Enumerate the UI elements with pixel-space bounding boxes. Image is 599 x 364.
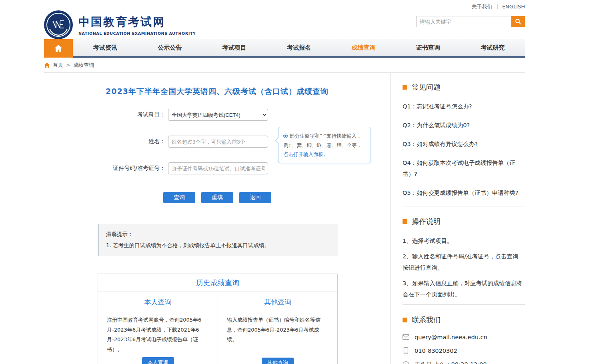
id-label: 证件号码/准考证号： xyxy=(44,165,168,172)
contact-email-row: query@mail.neea.edu.cn xyxy=(403,334,525,340)
id-input[interactable] xyxy=(168,162,268,174)
sidebar-divider xyxy=(403,304,525,305)
subject-label: 考试科目： xyxy=(44,111,168,118)
brand-text: 中国教育考试网 NATIONAL EDUCATION EXAMINATIONS … xyxy=(78,14,196,36)
history-columns: 本人查询 注册中国教育考试网账号，查询2005年6月-2023年6月考试成绩，下… xyxy=(98,292,337,364)
faq-title: 常见问题 xyxy=(412,82,441,92)
id-row: 证件号码/准考证号： xyxy=(44,162,390,174)
history-self-title: 本人查询 xyxy=(107,298,209,311)
nav-item-exam-projects[interactable]: 考试项目 xyxy=(202,39,266,56)
home-icon xyxy=(54,45,62,52)
breadcrumb: 首页 > 成绩查询 xyxy=(44,58,525,73)
contact-title: 联系我们 xyxy=(412,315,441,325)
notice-box: 温馨提示： 1. 若考生的口试成绩为不合格，则成绩报告单上不报道其口试成绩。 xyxy=(98,224,338,256)
score-query-form: 考试科目： 全国大学英语四级考试(CET4) 姓名： 部分生僻字和“·”支持快捷… xyxy=(44,109,390,203)
name-input[interactable] xyxy=(168,136,268,148)
contact-phone: 010-83020302 xyxy=(415,348,457,354)
history-query-box: 历史成绩查询 本人查询 注册中国教育考试网账号，查询2005年6月-2023年6… xyxy=(98,274,338,364)
nav-item-certificate-query[interactable]: 证书查询 xyxy=(396,39,460,56)
site-subtitle: NATIONAL EDUCATION EXAMINATIONS AUTHORIT… xyxy=(78,31,196,36)
search-icon xyxy=(515,18,521,25)
history-header: 历史成绩查询 xyxy=(98,274,337,292)
faq-item-q5[interactable]: Q5：如何变更成绩报告单（证书）申请种类? xyxy=(403,187,523,198)
history-self-desc: 注册中国教育考试网账号，查询2005年6月-2023年6月考试成绩，下载2021… xyxy=(107,315,209,355)
form-buttons: 查询 重填 返回 xyxy=(163,192,390,203)
nav-home-button[interactable] xyxy=(44,39,73,58)
instruction-step-1: 1、选择考试项目。 xyxy=(403,235,523,246)
contact-phone-row: 010-83020302 xyxy=(403,347,525,354)
faq-item-q1[interactable]: Q1：忘记准考证号怎么办? xyxy=(403,101,523,112)
faq-item-q4[interactable]: Q4：如何获取本次考试电子成绩报告单（证书）? xyxy=(403,157,523,180)
content: 2023年下半年全国大学英语四、六级考试（含口试）成绩查询 考试科目： 全国大学… xyxy=(44,73,525,364)
breadcrumb-current: 成绩查询 xyxy=(73,62,94,69)
notice-line: 1. 若考生的口试成绩为不合格，则成绩报告单上不报道其口试成绩。 xyxy=(106,242,331,249)
breadcrumb-home-link[interactable]: 首页 xyxy=(53,62,63,69)
orange-square-bullet-icon xyxy=(403,85,407,90)
notice-title: 温馨提示： xyxy=(106,231,331,238)
nav-item-announcements[interactable]: 公示公告 xyxy=(137,39,202,56)
orange-square-bullet-icon xyxy=(403,219,407,224)
reset-button[interactable]: 重填 xyxy=(201,192,233,203)
about-us-link[interactable]: 关于我们 xyxy=(471,4,492,10)
header: 中国教育考试网 NATIONAL EDUCATION EXAMINATIONS … xyxy=(44,10,525,39)
neea-logo-icon xyxy=(44,10,73,39)
site-title: 中国教育考试网 xyxy=(78,14,196,30)
contact-email: query@mail.neea.edu.cn xyxy=(415,334,487,340)
history-other-desc: 输入成绩报告单（证书）编号和姓名等信息，查询2005年6月-2023年6月考试成… xyxy=(227,315,329,345)
contact-section-header: 联系我们 xyxy=(403,315,525,325)
nav-item-exam-news[interactable]: 考试资讯 xyxy=(73,39,137,56)
faq-item-q3[interactable]: Q3：如对成绩有异议怎么办? xyxy=(403,138,523,150)
faq-section-header: 常见问题 xyxy=(403,82,525,92)
instructions-title: 操作说明 xyxy=(412,217,441,226)
breadcrumb-separator: > xyxy=(66,62,70,68)
clock-icon xyxy=(403,361,409,364)
nav-item-exam-research[interactable]: 考试研究 xyxy=(461,39,525,56)
tooltip-text: 部分生僻字和“·”支持快捷输入，例:·、龚、枊、诉、惪、瑝、仝等， xyxy=(283,133,362,148)
contact-hours-row: 工作日 上午：08:30-12:00 xyxy=(403,361,525,364)
nav-item-score-query[interactable]: 成绩查询 xyxy=(331,39,396,56)
breadcrumb-home-icon xyxy=(44,62,50,68)
page-title: 2023年下半年全国大学英语四、六级考试（含口试）成绩查询 xyxy=(44,86,390,97)
english-link[interactable]: ENGLISH xyxy=(502,4,525,10)
main-column: 2023年下半年全国大学英语四、六级考试（含口试）成绩查询 考试科目： 全国大学… xyxy=(44,73,390,364)
site-logo-block[interactable]: 中国教育考试网 NATIONAL EDUCATION EXAMINATIONS … xyxy=(44,10,196,39)
sidebar-divider xyxy=(403,206,525,206)
history-other-title: 其他查询 xyxy=(227,298,329,311)
history-other-column: 其他查询 输入成绩报告单（证书）编号和姓名等信息，查询2005年6月-2023年… xyxy=(218,292,337,364)
phone-icon xyxy=(403,347,409,354)
faq-item-q2[interactable]: Q2：为什么笔试成绩为0? xyxy=(403,120,523,131)
email-icon xyxy=(403,334,409,340)
nav-item-registration[interactable]: 考试报名 xyxy=(266,39,331,56)
subject-select[interactable]: 全国大学英语四级考试(CET4) xyxy=(168,109,268,121)
rare-character-tooltip: 部分生僻字和“·”支持快捷输入，例:·、龚、枊、诉、惪、瑝、仝等，点击打开输入面… xyxy=(278,127,371,163)
search-input[interactable] xyxy=(416,16,511,27)
contact-hours: 工作日 上午：08:30-12:00 xyxy=(415,361,487,364)
instructions-section-header: 操作说明 xyxy=(403,217,525,226)
site-search xyxy=(416,16,525,27)
self-query-button[interactable]: 本人查询 xyxy=(142,357,174,364)
history-self-column: 本人查询 注册中国教育考试网账号，查询2005年6月-2023年6月考试成绩，下… xyxy=(98,292,218,364)
other-query-button[interactable]: 其他查询 xyxy=(262,358,294,364)
radio-selected-icon xyxy=(283,134,288,138)
history-title: 历史成绩查询 xyxy=(196,278,239,288)
topbar: 关于我们|ENGLISH xyxy=(44,0,525,10)
open-input-panel-link[interactable]: 点击打开输入面板。 xyxy=(283,151,329,157)
instruction-step-3: 3、如果输入信息正确，对应考试的成绩信息将会在下一个页面列出。 xyxy=(403,278,523,300)
query-button[interactable]: 查询 xyxy=(163,192,195,203)
search-button[interactable] xyxy=(511,16,525,27)
orange-square-bullet-icon xyxy=(403,318,407,322)
instruction-step-2: 2、输入姓名和证件号码/准考证号，点击查询按钮进行查询。 xyxy=(403,251,523,273)
subject-row: 考试科目： 全国大学英语四级考试(CET4) xyxy=(44,109,390,121)
name-label: 姓名： xyxy=(44,138,168,145)
name-row: 姓名： 部分生僻字和“·”支持快捷输入，例:·、龚、枊、诉、惪、瑝、仝等，点击打… xyxy=(44,136,390,148)
back-button[interactable]: 返回 xyxy=(239,192,271,203)
main-nav: 考试资讯 公示公告 考试项目 考试报名 成绩查询 证书查询 考试研究 xyxy=(44,39,525,58)
topbar-divider: | xyxy=(496,4,498,10)
sidebar: 常见问题 Q1：忘记准考证号怎么办? Q2：为什么笔试成绩为0? Q3：如对成绩… xyxy=(390,73,525,364)
tooltip-arrow xyxy=(275,138,281,143)
